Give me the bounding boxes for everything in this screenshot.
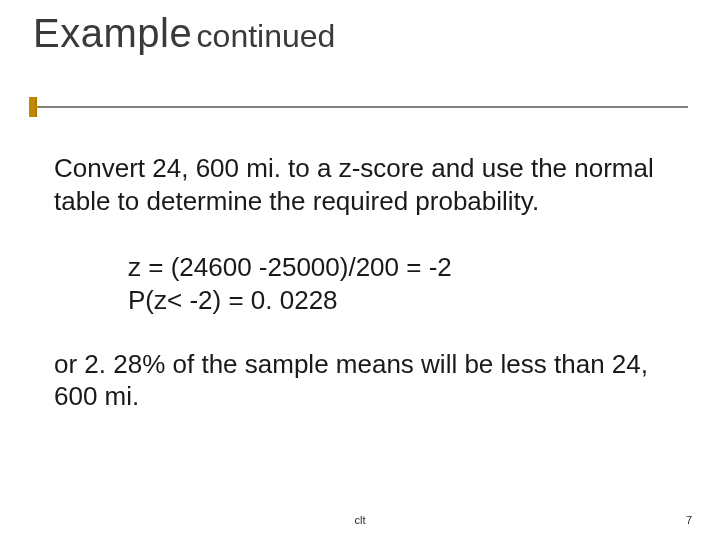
paragraph-conclusion: or 2. 28% of the sample means will be le… xyxy=(54,348,674,413)
calc-line-prob: P(z< -2) = 0. 0228 xyxy=(128,284,674,317)
calc-line-z: z = (24600 -25000)/200 = -2 xyxy=(128,251,674,284)
calculation-block: z = (24600 -25000)/200 = -2 P(z< -2) = 0… xyxy=(128,251,674,318)
footer-label: clt xyxy=(0,514,720,526)
slide: Example continued Convert 24, 600 mi. to… xyxy=(0,0,720,540)
page-number: 7 xyxy=(686,514,692,526)
slide-content: Convert 24, 600 mi. to a z-score and use… xyxy=(54,152,674,413)
title-main: Example xyxy=(33,11,192,55)
slide-title: Example continued xyxy=(33,11,673,56)
title-underline xyxy=(32,106,688,108)
title-sub: continued xyxy=(197,18,336,54)
paragraph-intro: Convert 24, 600 mi. to a z-score and use… xyxy=(54,152,674,217)
